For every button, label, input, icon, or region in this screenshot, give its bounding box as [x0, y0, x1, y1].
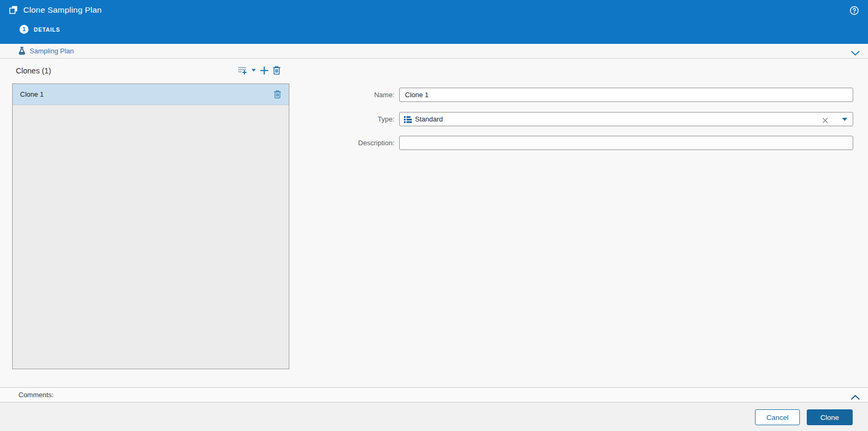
type-combobox[interactable]: Standard	[399, 112, 853, 126]
clone-icon	[8, 5, 19, 15]
sampling-plan-icon	[17, 46, 26, 55]
section-title: Sampling Plan	[30, 44, 74, 58]
delete-clone-icon[interactable]	[272, 65, 281, 75]
type-label: Type:	[317, 112, 394, 126]
wizard-steps: 1 DETAILS	[20, 25, 60, 34]
chevron-down-icon[interactable]	[851, 49, 860, 54]
list-item-label: Clone 1	[20, 90, 44, 98]
dialog-footer: Cancel Clone	[0, 402, 868, 431]
add-multiple-caret-icon[interactable]	[251, 69, 256, 72]
type-list-icon	[404, 116, 412, 123]
help-icon[interactable]	[850, 6, 859, 15]
clones-list: Clone 1	[12, 83, 289, 369]
clone-sampling-plan-dialog: Clone Sampling Plan 1 DETAILS Sampling P…	[0, 0, 868, 431]
row-delete-icon[interactable]	[273, 90, 281, 99]
chevron-up-icon[interactable]	[851, 392, 860, 398]
description-label: Description:	[317, 136, 394, 150]
clones-heading: Clones (1)	[16, 67, 51, 75]
cancel-button[interactable]: Cancel	[755, 409, 800, 425]
add-clone-icon[interactable]	[260, 66, 269, 75]
type-dropdown-caret-icon[interactable]	[842, 118, 847, 121]
list-item-clone-1[interactable]: Clone 1	[13, 84, 289, 105]
add-multiple-icon[interactable]	[238, 66, 248, 75]
sampling-plan-section-bar[interactable]: Sampling Plan	[0, 44, 868, 59]
comments-bar[interactable]: Comments:	[0, 387, 868, 402]
name-label: Name:	[317, 88, 394, 102]
step-number-badge: 1	[20, 25, 29, 34]
dialog-title: Clone Sampling Plan	[23, 5, 102, 15]
description-input[interactable]	[399, 136, 853, 150]
name-input[interactable]	[399, 88, 853, 102]
step-details-label[interactable]: DETAILS	[34, 26, 60, 33]
type-value: Standard	[415, 115, 822, 123]
dialog-header: Clone Sampling Plan 1 DETAILS	[0, 0, 868, 44]
comments-label: Comments:	[18, 388, 53, 402]
clear-type-icon[interactable]	[822, 116, 828, 123]
clones-toolbar	[238, 65, 281, 75]
clone-button[interactable]: Clone	[807, 409, 853, 425]
